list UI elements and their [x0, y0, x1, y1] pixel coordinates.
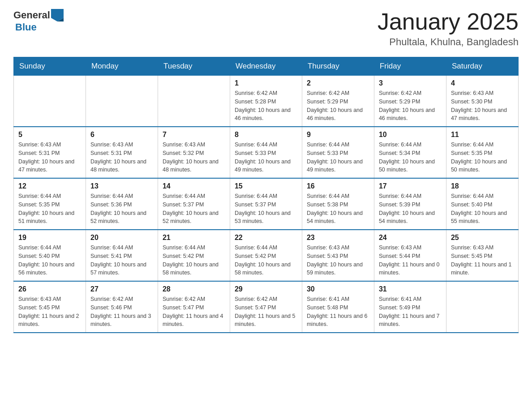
day-info: Sunrise: 6:44 AMSunset: 5:40 PMDaylight:…: [18, 244, 81, 277]
day-info: Sunrise: 6:43 AMSunset: 5:45 PMDaylight:…: [18, 295, 81, 329]
calendar-cell: 5Sunrise: 6:43 AMSunset: 5:31 PMDaylight…: [14, 127, 86, 178]
day-info: Sunrise: 6:42 AMSunset: 5:47 PMDaylight:…: [235, 295, 297, 329]
logo-icon: [51, 9, 64, 21]
day-info: Sunrise: 6:43 AMSunset: 5:45 PMDaylight:…: [451, 244, 514, 277]
day-info: Sunrise: 6:44 AMSunset: 5:41 PMDaylight:…: [90, 244, 153, 277]
day-info: Sunrise: 6:44 AMSunset: 5:34 PMDaylight:…: [379, 141, 442, 174]
calendar-cell: 6Sunrise: 6:43 AMSunset: 5:31 PMDaylight…: [86, 127, 158, 178]
header-row: SundayMondayTuesdayWednesdayThursdayFrid…: [14, 57, 519, 76]
day-number: 5: [18, 131, 81, 139]
calendar-cell: 16Sunrise: 6:44 AMSunset: 5:38 PMDayligh…: [302, 178, 374, 230]
day-number: 26: [18, 285, 81, 293]
day-number: 22: [235, 234, 297, 242]
day-info: Sunrise: 6:44 AMSunset: 5:42 PMDaylight:…: [235, 244, 297, 277]
calendar-table: SundayMondayTuesdayWednesdayThursdayFrid…: [13, 57, 519, 333]
title-block: January 2025 Phultala, Khulna, Banglades…: [378, 9, 519, 48]
day-info: Sunrise: 6:43 AMSunset: 5:30 PMDaylight:…: [451, 89, 514, 123]
calendar-cell: 17Sunrise: 6:44 AMSunset: 5:39 PMDayligh…: [374, 178, 446, 230]
day-number: 25: [451, 234, 514, 242]
calendar-cell: 8Sunrise: 6:44 AMSunset: 5:33 PMDaylight…: [230, 127, 302, 178]
day-number: 11: [451, 131, 514, 139]
calendar-week-3: 19Sunrise: 6:44 AMSunset: 5:40 PMDayligh…: [14, 230, 519, 281]
calendar-cell: 29Sunrise: 6:42 AMSunset: 5:47 PMDayligh…: [230, 281, 302, 333]
calendar-title: January 2025: [378, 9, 519, 34]
calendar-cell: 25Sunrise: 6:43 AMSunset: 5:45 PMDayligh…: [446, 230, 518, 281]
calendar-cell: 22Sunrise: 6:44 AMSunset: 5:42 PMDayligh…: [230, 230, 302, 281]
day-number: 2: [307, 79, 369, 87]
calendar-cell: 4Sunrise: 6:43 AMSunset: 5:30 PMDaylight…: [446, 76, 518, 127]
header-day-tuesday: Tuesday: [158, 57, 230, 76]
header-day-saturday: Saturday: [446, 57, 518, 76]
day-info: Sunrise: 6:42 AMSunset: 5:29 PMDaylight:…: [379, 89, 442, 123]
logo-text-general: General: [13, 9, 50, 21]
calendar-cell: 31Sunrise: 6:41 AMSunset: 5:49 PMDayligh…: [374, 281, 446, 333]
day-number: 1: [235, 79, 297, 87]
calendar-cell: 9Sunrise: 6:44 AMSunset: 5:33 PMDaylight…: [302, 127, 374, 178]
day-number: 3: [379, 79, 442, 87]
header-day-friday: Friday: [374, 57, 446, 76]
header-day-sunday: Sunday: [14, 57, 86, 76]
day-info: Sunrise: 6:42 AMSunset: 5:47 PMDaylight:…: [163, 295, 225, 329]
day-number: 28: [163, 285, 225, 293]
day-info: Sunrise: 6:42 AMSunset: 5:46 PMDaylight:…: [90, 295, 153, 329]
calendar-cell: 18Sunrise: 6:44 AMSunset: 5:40 PMDayligh…: [446, 178, 518, 230]
day-info: Sunrise: 6:43 AMSunset: 5:44 PMDaylight:…: [379, 244, 442, 277]
calendar-cell: 26Sunrise: 6:43 AMSunset: 5:45 PMDayligh…: [14, 281, 86, 333]
day-number: 8: [235, 131, 297, 139]
page-header: General Blue January 2025 Phultala, Khul…: [13, 9, 519, 48]
calendar-cell: 13Sunrise: 6:44 AMSunset: 5:36 PMDayligh…: [86, 178, 158, 230]
day-number: 10: [379, 131, 442, 139]
day-info: Sunrise: 6:43 AMSunset: 5:31 PMDaylight:…: [90, 141, 153, 174]
day-info: Sunrise: 6:43 AMSunset: 5:32 PMDaylight:…: [163, 141, 225, 174]
header-day-thursday: Thursday: [302, 57, 374, 76]
calendar-week-4: 26Sunrise: 6:43 AMSunset: 5:45 PMDayligh…: [14, 281, 519, 333]
day-info: Sunrise: 6:44 AMSunset: 5:35 PMDaylight:…: [451, 141, 514, 174]
calendar-cell: 14Sunrise: 6:44 AMSunset: 5:37 PMDayligh…: [158, 178, 230, 230]
day-info: Sunrise: 6:44 AMSunset: 5:37 PMDaylight:…: [235, 192, 297, 226]
day-number: 18: [451, 182, 514, 190]
day-number: 6: [90, 131, 153, 139]
calendar-cell: 11Sunrise: 6:44 AMSunset: 5:35 PMDayligh…: [446, 127, 518, 178]
calendar-cell: 2Sunrise: 6:42 AMSunset: 5:29 PMDaylight…: [302, 76, 374, 127]
day-info: Sunrise: 6:43 AMSunset: 5:31 PMDaylight:…: [18, 141, 81, 174]
day-info: Sunrise: 6:44 AMSunset: 5:33 PMDaylight:…: [307, 141, 369, 174]
calendar-cell: [158, 76, 230, 127]
calendar-cell: 19Sunrise: 6:44 AMSunset: 5:40 PMDayligh…: [14, 230, 86, 281]
day-number: 17: [379, 182, 442, 190]
calendar-cell: 15Sunrise: 6:44 AMSunset: 5:37 PMDayligh…: [230, 178, 302, 230]
day-info: Sunrise: 6:44 AMSunset: 5:36 PMDaylight:…: [90, 192, 153, 226]
day-number: 31: [379, 285, 442, 293]
day-number: 14: [163, 182, 225, 190]
calendar-cell: [14, 76, 86, 127]
day-info: Sunrise: 6:42 AMSunset: 5:28 PMDaylight:…: [235, 89, 297, 123]
day-number: 13: [90, 182, 153, 190]
day-number: 24: [379, 234, 442, 242]
day-info: Sunrise: 6:44 AMSunset: 5:40 PMDaylight:…: [451, 192, 514, 226]
calendar-cell: 3Sunrise: 6:42 AMSunset: 5:29 PMDaylight…: [374, 76, 446, 127]
calendar-cell: 24Sunrise: 6:43 AMSunset: 5:44 PMDayligh…: [374, 230, 446, 281]
calendar-cell: 20Sunrise: 6:44 AMSunset: 5:41 PMDayligh…: [86, 230, 158, 281]
day-info: Sunrise: 6:44 AMSunset: 5:39 PMDaylight:…: [379, 192, 442, 226]
day-number: 7: [163, 131, 225, 139]
calendar-cell: 1Sunrise: 6:42 AMSunset: 5:28 PMDaylight…: [230, 76, 302, 127]
day-info: Sunrise: 6:43 AMSunset: 5:43 PMDaylight:…: [307, 244, 369, 277]
day-number: 23: [307, 234, 369, 242]
day-number: 12: [18, 182, 81, 190]
day-number: 9: [307, 131, 369, 139]
day-number: 30: [307, 285, 369, 293]
day-number: 19: [18, 234, 81, 242]
day-number: 4: [451, 79, 514, 87]
header-day-wednesday: Wednesday: [230, 57, 302, 76]
calendar-cell: 23Sunrise: 6:43 AMSunset: 5:43 PMDayligh…: [302, 230, 374, 281]
calendar-cell: 12Sunrise: 6:44 AMSunset: 5:35 PMDayligh…: [14, 178, 86, 230]
day-info: Sunrise: 6:44 AMSunset: 5:35 PMDaylight:…: [18, 192, 81, 226]
calendar-subtitle: Phultala, Khulna, Bangladesh: [378, 36, 519, 48]
calendar-week-2: 12Sunrise: 6:44 AMSunset: 5:35 PMDayligh…: [14, 178, 519, 230]
calendar-week-1: 5Sunrise: 6:43 AMSunset: 5:31 PMDaylight…: [14, 127, 519, 178]
day-info: Sunrise: 6:44 AMSunset: 5:33 PMDaylight:…: [235, 141, 297, 174]
calendar-header: SundayMondayTuesdayWednesdayThursdayFrid…: [14, 57, 519, 76]
logo: General Blue: [13, 9, 64, 33]
day-info: Sunrise: 6:41 AMSunset: 5:49 PMDaylight:…: [379, 295, 442, 329]
calendar-body: 1Sunrise: 6:42 AMSunset: 5:28 PMDaylight…: [14, 76, 519, 333]
logo-text-blue: Blue: [15, 21, 37, 33]
